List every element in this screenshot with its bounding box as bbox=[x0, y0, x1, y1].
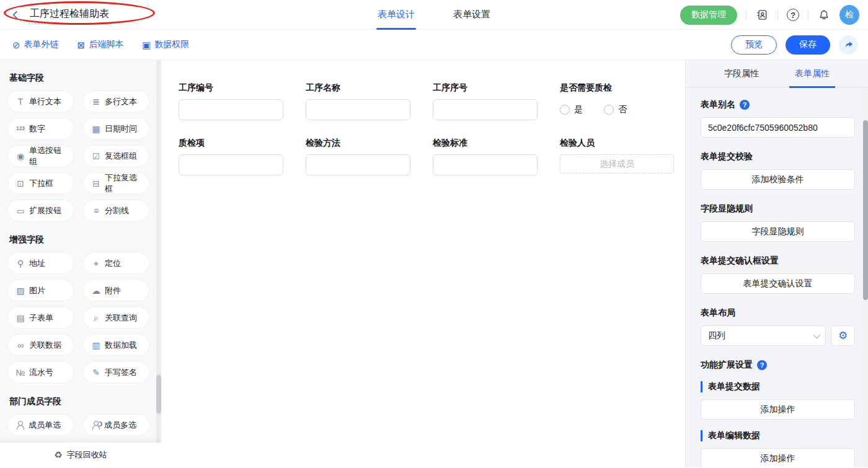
tab-field-properties[interactable]: 字段属性 bbox=[724, 60, 759, 87]
submit-confirm-button[interactable]: 表单提交确认设置 bbox=[701, 273, 855, 294]
contacts-book-icon[interactable] bbox=[755, 8, 769, 22]
radio-circle-icon[interactable] bbox=[604, 105, 614, 115]
sidebar-scrollbar[interactable] bbox=[156, 60, 161, 443]
sidebar-item-label: 下拉框 bbox=[29, 178, 53, 189]
sidebar-item-extend-button[interactable]: ▭扩展按钮 bbox=[8, 200, 73, 221]
sidebar-item-data-loading[interactable]: ▥数据加载 bbox=[84, 335, 149, 355]
sidebar-item-divider-line[interactable]: ≡分割线 bbox=[84, 200, 149, 221]
sidebar-item-image[interactable]: ▨图片 bbox=[8, 280, 73, 301]
radio-option-no[interactable]: 否 bbox=[604, 104, 627, 115]
form-field-inspection-item[interactable]: 质检项 bbox=[179, 138, 293, 175]
form-field-process-code[interactable]: 工序编号 bbox=[179, 82, 293, 120]
field-label: 检验标准 bbox=[433, 138, 547, 149]
sidebar-item-attachment[interactable]: ☁附件 bbox=[84, 280, 149, 301]
form-field-process-seq[interactable]: 工序序号 bbox=[433, 82, 547, 120]
linked-query-icon: ⌕ bbox=[91, 314, 101, 322]
preview-button[interactable]: 预览 bbox=[731, 35, 777, 55]
sidebar-item-label: 单选按钮组 bbox=[29, 145, 68, 167]
sidebar-item-subform[interactable]: ▤子表单 bbox=[8, 307, 73, 328]
sidebar-item-dropdown[interactable]: ⊡下拉框 bbox=[8, 173, 73, 193]
radio-option-yes[interactable]: 是 bbox=[560, 104, 583, 115]
crosshair-icon: ⌖ bbox=[91, 259, 101, 268]
form-field-need-inspection[interactable]: 是否需要质检 是 否 bbox=[560, 82, 674, 120]
form-field-inspection-method[interactable]: 检验方法 bbox=[306, 138, 420, 175]
text-input[interactable] bbox=[433, 154, 538, 175]
sidebar-item-label: 地址 bbox=[29, 258, 45, 269]
text-input[interactable] bbox=[179, 154, 283, 175]
select-member-button[interactable]: 选择成员 bbox=[560, 154, 674, 174]
panel-scrollbar[interactable] bbox=[863, 87, 868, 467]
form-external-link[interactable]: ⊘ 表单外链 bbox=[12, 39, 59, 50]
sidebar-item-label: 子表单 bbox=[29, 312, 53, 324]
tab-form-properties[interactable]: 表单属性 bbox=[795, 60, 830, 87]
sidebar-item-multi-line-text[interactable]: ≣多行文本 bbox=[84, 91, 149, 112]
tab-form-settings[interactable]: 表单设置 bbox=[453, 0, 490, 30]
add-action-button-edit[interactable]: 添加操作 bbox=[701, 448, 855, 467]
help-icon[interactable]: ? bbox=[740, 100, 750, 110]
add-action-button-submit[interactable]: 添加操作 bbox=[701, 399, 855, 420]
divider-line-icon: ≡ bbox=[91, 206, 101, 215]
form-toolbar: ⊘ 表单外链 ⊠ 后端脚本 ▣ 数据权限 预览 保存 bbox=[0, 30, 868, 60]
sidebar-item-multi-dropdown[interactable]: ⊟下拉复选框 bbox=[84, 173, 149, 193]
tab-form-design[interactable]: 表单设计 bbox=[378, 0, 415, 30]
user-avatar[interactable]: 检 bbox=[839, 5, 859, 25]
text-input[interactable] bbox=[179, 99, 283, 120]
form-design-canvas: 工序编号 工序名称 工序序号 是否需要质检 是 否 质检项 bbox=[161, 60, 685, 467]
sidebar-item-member-multi[interactable]: 成员多选 bbox=[84, 415, 149, 435]
layout-settings-button[interactable]: ⚙ bbox=[831, 325, 855, 346]
script-icon: ⊠ bbox=[78, 40, 86, 50]
sidebar-item-handwritten-signature[interactable]: ✎手写签名 bbox=[84, 362, 149, 382]
field-label: 是否需要质检 bbox=[560, 82, 674, 94]
text-input[interactable] bbox=[433, 99, 538, 120]
cloud-upload-icon: ☁ bbox=[91, 286, 101, 295]
form-field-inspection-standard[interactable]: 检验标准 bbox=[433, 138, 547, 175]
field-label: 检验人员 bbox=[560, 138, 674, 149]
data-permission-link[interactable]: ▣ 数据权限 bbox=[142, 39, 189, 50]
add-validation-button[interactable]: 添加校验条件 bbox=[701, 169, 855, 190]
sidebar-item-geolocation[interactable]: ⌖定位 bbox=[84, 253, 149, 273]
backend-script-link[interactable]: ⊠ 后端脚本 bbox=[78, 39, 124, 50]
sidebar-item-member-single[interactable]: 成员单选 bbox=[8, 415, 73, 435]
form-alias-input[interactable] bbox=[701, 117, 855, 138]
panel-scrollbar-thumb[interactable] bbox=[863, 120, 868, 300]
notification-bell-icon[interactable] bbox=[817, 8, 831, 22]
sidebar-item-datetime[interactable]: ▦日期时间 bbox=[84, 118, 149, 139]
text-input[interactable] bbox=[306, 154, 410, 175]
multi-dropdown-icon: ⊟ bbox=[91, 179, 101, 188]
save-button[interactable]: 保存 bbox=[786, 35, 830, 55]
sidebar-item-number[interactable]: 123数字 bbox=[8, 118, 73, 139]
sidebar-item-linked-query[interactable]: ⌕关联查询 bbox=[84, 307, 149, 328]
dropdown-icon: ⊡ bbox=[16, 179, 25, 188]
sidebar-item-label: 关联数据 bbox=[29, 340, 61, 351]
help-icon[interactable]: ? bbox=[757, 360, 767, 370]
sidebar-scrollbar-thumb[interactable] bbox=[156, 375, 161, 413]
share-arrow-icon bbox=[844, 40, 854, 50]
sidebar-item-address[interactable]: ⚲地址 bbox=[8, 253, 73, 273]
page-title[interactable]: 工序过程检辅助表 bbox=[29, 6, 112, 24]
multi-line-text-icon: ≣ bbox=[91, 97, 101, 106]
sidebar-item-single-line-text[interactable]: T单行文本 bbox=[8, 91, 73, 112]
form-field-process-name[interactable]: 工序名称 bbox=[306, 82, 420, 120]
section-title-enhanced-fields: 增强字段 bbox=[9, 234, 161, 245]
header-tabs: 表单设计 表单设置 bbox=[378, 0, 490, 30]
sidebar-item-radio-group[interactable]: ◉单选按钮组 bbox=[8, 146, 73, 166]
share-button[interactable] bbox=[839, 35, 858, 55]
data-manage-button[interactable]: 数据管理 bbox=[680, 6, 737, 25]
visibility-rules-button[interactable]: 字段显隐规则 bbox=[701, 221, 855, 242]
layout-select[interactable]: 四列 bbox=[701, 325, 826, 346]
radio-circle-icon[interactable] bbox=[560, 105, 570, 115]
back-icon[interactable] bbox=[9, 8, 22, 22]
visibility-rules-label: 字段显隐规则 bbox=[701, 203, 855, 214]
sidebar-item-label: 手写签名 bbox=[105, 367, 137, 378]
field-recycle-bin[interactable]: ♻ 字段回收站 bbox=[0, 443, 161, 467]
sidebar-item-checkbox-group[interactable]: ☑复选框组 bbox=[84, 146, 149, 166]
form-field-inspector[interactable]: 检验人员 选择成员 bbox=[560, 138, 674, 175]
location-pin-icon: ⚲ bbox=[16, 259, 25, 268]
checkbox-icon: ☑ bbox=[91, 152, 101, 161]
text-input[interactable] bbox=[306, 99, 410, 120]
pen-icon: ✎ bbox=[91, 368, 101, 377]
sidebar-item-linked-data[interactable]: ∞关联数据 bbox=[8, 335, 73, 355]
sidebar-item-serial-number[interactable]: №流水号 bbox=[8, 362, 73, 382]
help-icon[interactable]: ? bbox=[787, 9, 799, 21]
external-link-icon: ⊘ bbox=[12, 40, 20, 50]
